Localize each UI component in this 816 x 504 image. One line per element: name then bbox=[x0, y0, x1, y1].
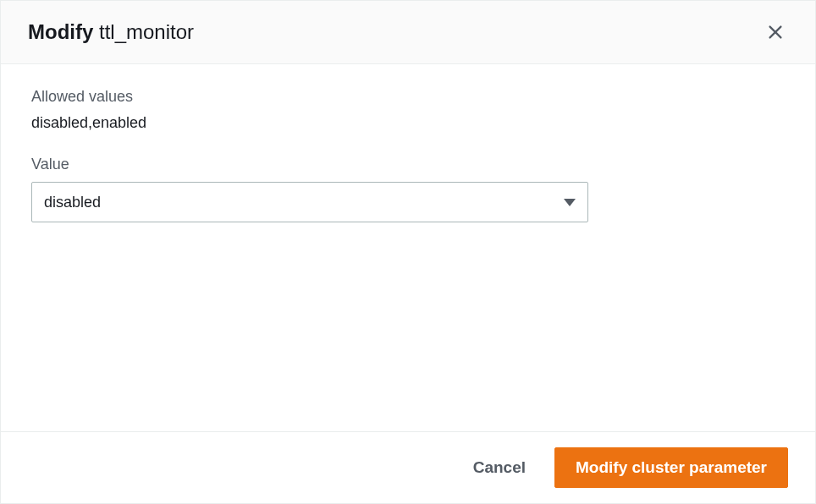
value-select-wrapper: disabled bbox=[31, 182, 588, 222]
value-select[interactable]: disabled bbox=[31, 182, 588, 222]
modify-parameter-modal: Modify ttl_monitor Allowed values disabl… bbox=[0, 0, 816, 504]
allowed-values-text: disabled,enabled bbox=[31, 114, 785, 132]
modal-body: Allowed values disabled,enabled Value di… bbox=[1, 64, 815, 431]
modal-header: Modify ttl_monitor bbox=[1, 1, 815, 64]
value-label: Value bbox=[31, 156, 785, 173]
cancel-button[interactable]: Cancel bbox=[465, 448, 534, 487]
modal-footer: Cancel Modify cluster parameter bbox=[1, 431, 815, 503]
submit-button[interactable]: Modify cluster parameter bbox=[554, 447, 788, 488]
allowed-values-label: Allowed values bbox=[31, 88, 785, 106]
modal-title-prefix: Modify bbox=[28, 20, 93, 43]
modal-title: Modify ttl_monitor bbox=[28, 20, 194, 44]
close-icon bbox=[766, 23, 785, 41]
value-select-text: disabled bbox=[44, 194, 101, 211]
modal-title-param: ttl_monitor bbox=[99, 20, 194, 43]
close-button[interactable] bbox=[763, 19, 788, 45]
